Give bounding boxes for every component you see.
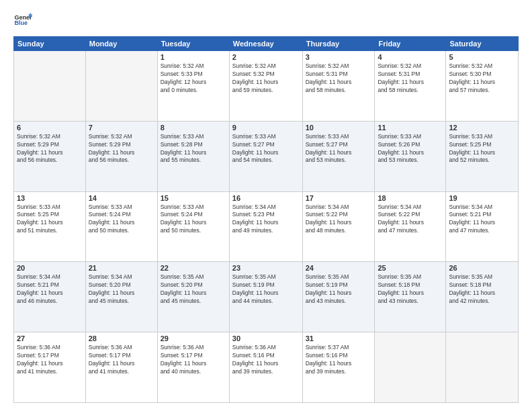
day-number: 26 [449,264,515,272]
day-info: Sunrise: 5:32 AM Sunset: 5:30 PM Dayligh… [449,62,515,95]
day-info: Sunrise: 5:34 AM Sunset: 5:20 PM Dayligh… [89,273,154,306]
day-number: 24 [306,264,372,272]
calendar-cell: 28Sunrise: 5:36 AM Sunset: 5:17 PM Dayli… [85,332,157,403]
logo-icon: General Blue [13,11,32,30]
calendar-cell: 19Sunrise: 5:34 AM Sunset: 5:21 PM Dayli… [446,191,519,262]
day-number: 2 [232,53,300,61]
calendar-cell: 24Sunrise: 5:35 AM Sunset: 5:19 PM Dayli… [302,262,375,332]
weekday-header: Sunday [14,37,86,51]
weekday-header: Friday [375,37,446,51]
day-info: Sunrise: 5:33 AM Sunset: 5:25 PM Dayligh… [449,133,515,165]
day-info: Sunrise: 5:36 AM Sunset: 5:17 PM Dayligh… [89,344,154,376]
calendar-cell: 20Sunrise: 5:34 AM Sunset: 5:21 PM Dayli… [14,262,86,332]
calendar-cell: 21Sunrise: 5:34 AM Sunset: 5:20 PM Dayli… [85,262,157,332]
day-number: 8 [161,124,226,132]
day-info: Sunrise: 5:33 AM Sunset: 5:27 PM Dayligh… [306,133,372,165]
day-number: 12 [449,124,515,132]
day-info: Sunrise: 5:34 AM Sunset: 5:21 PM Dayligh… [17,273,83,306]
day-info: Sunrise: 5:32 AM Sunset: 5:29 PM Dayligh… [89,133,154,165]
calendar-cell [446,332,519,403]
day-number: 1 [161,53,226,61]
day-number: 27 [17,334,83,342]
calendar-cell: 3Sunrise: 5:32 AM Sunset: 5:31 PM Daylig… [302,51,375,122]
calendar-cell: 11Sunrise: 5:33 AM Sunset: 5:26 PM Dayli… [375,121,446,191]
header: General Blue [13,11,519,30]
calendar-cell: 25Sunrise: 5:35 AM Sunset: 5:18 PM Dayli… [375,262,446,332]
day-number: 22 [161,264,226,272]
day-number: 21 [89,264,154,272]
calendar-cell: 6Sunrise: 5:32 AM Sunset: 5:29 PM Daylig… [14,121,86,191]
day-info: Sunrise: 5:33 AM Sunset: 5:24 PM Dayligh… [161,203,226,236]
day-number: 14 [89,194,154,202]
weekday-header: Wednesday [229,37,302,51]
day-number: 13 [17,194,83,202]
day-info: Sunrise: 5:33 AM Sunset: 5:28 PM Dayligh… [161,133,226,165]
calendar-cell: 12Sunrise: 5:33 AM Sunset: 5:25 PM Dayli… [446,121,519,191]
calendar-cell: 2Sunrise: 5:32 AM Sunset: 5:32 PM Daylig… [229,51,302,122]
day-info: Sunrise: 5:34 AM Sunset: 5:22 PM Dayligh… [306,203,372,236]
day-info: Sunrise: 5:33 AM Sunset: 5:25 PM Dayligh… [17,203,83,236]
day-number: 29 [161,334,226,342]
day-info: Sunrise: 5:35 AM Sunset: 5:19 PM Dayligh… [232,273,300,306]
calendar-cell: 14Sunrise: 5:33 AM Sunset: 5:24 PM Dayli… [85,191,157,262]
logo: General Blue [13,11,36,30]
day-number: 20 [17,264,83,272]
day-number: 19 [449,194,515,202]
calendar-cell: 10Sunrise: 5:33 AM Sunset: 5:27 PM Dayli… [302,121,375,191]
day-number: 17 [306,194,372,202]
day-number: 7 [89,124,154,132]
day-info: Sunrise: 5:37 AM Sunset: 5:16 PM Dayligh… [306,344,372,376]
day-number: 9 [232,124,300,132]
day-info: Sunrise: 5:35 AM Sunset: 5:19 PM Dayligh… [306,273,372,306]
day-info: Sunrise: 5:32 AM Sunset: 5:31 PM Dayligh… [306,62,372,95]
weekday-header: Saturday [446,37,519,51]
day-info: Sunrise: 5:32 AM Sunset: 5:31 PM Dayligh… [378,62,443,95]
calendar-week: 6Sunrise: 5:32 AM Sunset: 5:29 PM Daylig… [14,121,519,191]
calendar-cell [14,51,86,122]
calendar-cell: 31Sunrise: 5:37 AM Sunset: 5:16 PM Dayli… [302,332,375,403]
day-info: Sunrise: 5:35 AM Sunset: 5:18 PM Dayligh… [378,273,443,306]
calendar-cell [375,332,446,403]
day-number: 28 [89,334,154,342]
day-info: Sunrise: 5:33 AM Sunset: 5:27 PM Dayligh… [232,133,300,165]
calendar-cell: 23Sunrise: 5:35 AM Sunset: 5:19 PM Dayli… [229,262,302,332]
calendar-cell: 26Sunrise: 5:35 AM Sunset: 5:18 PM Dayli… [446,262,519,332]
day-number: 25 [378,264,443,272]
day-info: Sunrise: 5:34 AM Sunset: 5:23 PM Dayligh… [232,203,300,236]
day-number: 6 [17,124,83,132]
weekday-header: Monday [85,37,157,51]
calendar-cell [85,51,157,122]
weekday-header: Tuesday [157,37,229,51]
day-number: 4 [378,53,443,61]
calendar-cell: 17Sunrise: 5:34 AM Sunset: 5:22 PM Dayli… [302,191,375,262]
day-number: 16 [232,194,300,202]
day-info: Sunrise: 5:35 AM Sunset: 5:20 PM Dayligh… [161,273,226,306]
day-info: Sunrise: 5:35 AM Sunset: 5:18 PM Dayligh… [449,273,515,306]
day-info: Sunrise: 5:36 AM Sunset: 5:17 PM Dayligh… [161,344,226,376]
day-info: Sunrise: 5:34 AM Sunset: 5:21 PM Dayligh… [449,203,515,236]
day-number: 3 [306,53,372,61]
calendar-cell: 15Sunrise: 5:33 AM Sunset: 5:24 PM Dayli… [157,191,229,262]
day-number: 5 [449,53,515,61]
calendar-cell: 30Sunrise: 5:36 AM Sunset: 5:16 PM Dayli… [229,332,302,403]
day-number: 23 [232,264,300,272]
day-number: 31 [306,334,372,342]
day-info: Sunrise: 5:32 AM Sunset: 5:33 PM Dayligh… [161,62,226,95]
calendar-cell: 29Sunrise: 5:36 AM Sunset: 5:17 PM Dayli… [157,332,229,403]
calendar-cell: 1Sunrise: 5:32 AM Sunset: 5:33 PM Daylig… [157,51,229,122]
calendar-cell: 9Sunrise: 5:33 AM Sunset: 5:27 PM Daylig… [229,121,302,191]
day-info: Sunrise: 5:36 AM Sunset: 5:16 PM Dayligh… [232,344,300,376]
day-number: 30 [232,334,300,342]
calendar-week: 20Sunrise: 5:34 AM Sunset: 5:21 PM Dayli… [14,262,519,332]
calendar-cell: 27Sunrise: 5:36 AM Sunset: 5:17 PM Dayli… [14,332,86,403]
day-info: Sunrise: 5:36 AM Sunset: 5:17 PM Dayligh… [17,344,83,376]
calendar-page: General Blue SundayMondayTuesdayWednesda… [0,0,532,411]
calendar-week: 13Sunrise: 5:33 AM Sunset: 5:25 PM Dayli… [14,191,519,262]
header-row: SundayMondayTuesdayWednesdayThursdayFrid… [14,37,519,51]
day-info: Sunrise: 5:32 AM Sunset: 5:32 PM Dayligh… [232,62,300,95]
day-info: Sunrise: 5:32 AM Sunset: 5:29 PM Dayligh… [17,133,83,165]
svg-text:Blue: Blue [14,19,28,26]
day-number: 18 [378,194,443,202]
day-info: Sunrise: 5:33 AM Sunset: 5:26 PM Dayligh… [378,133,443,165]
calendar-cell: 18Sunrise: 5:34 AM Sunset: 5:22 PM Dayli… [375,191,446,262]
